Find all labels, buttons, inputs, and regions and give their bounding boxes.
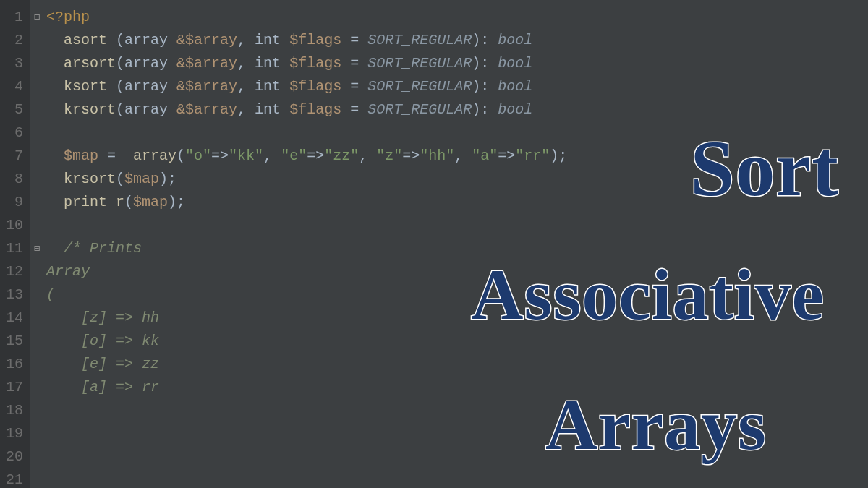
line-number: 12 (4, 260, 23, 283)
code-line[interactable]: [z] => hh (46, 307, 567, 330)
code-line[interactable]: asort (array &$array, int $flags = SORT_… (46, 29, 567, 52)
fold-marker (30, 145, 43, 168)
token: <?php (46, 9, 90, 25)
token: SORT_REGULAR (367, 101, 472, 118)
token: SORT_REGULAR (367, 32, 472, 48)
line-number: 9 (4, 191, 23, 214)
token: /* Prints (64, 240, 142, 257)
token: , (237, 78, 255, 95)
fold-marker[interactable]: ⊟ (30, 6, 43, 29)
token: ); (159, 171, 176, 187)
line-number: 18 (4, 399, 23, 422)
code-line[interactable]: ksort (array &$array, int $flags = SORT_… (46, 75, 567, 98)
code-line[interactable]: arsort(array &$array, int $flags = SORT_… (46, 52, 567, 75)
fold-marker (30, 260, 43, 283)
token: , (237, 32, 255, 48)
fold-marker (30, 445, 43, 468)
fold-marker[interactable]: ⊟ (30, 237, 43, 260)
line-number: 17 (4, 376, 23, 399)
token: [e] => zz (46, 356, 159, 372)
token: arsort (64, 55, 116, 72)
token: ) (472, 101, 480, 118)
token: ( (176, 147, 185, 164)
token: , (237, 55, 255, 72)
line-number: 1 (4, 6, 23, 29)
token: "o" (185, 147, 211, 164)
code-editor: 123456789101112131415161718192021 ⊟⊟ <?p… (0, 0, 868, 488)
code-line[interactable]: /* Prints (46, 237, 567, 260)
token: & (176, 55, 185, 72)
line-number: 5 (4, 98, 23, 121)
line-number: 4 (4, 75, 23, 98)
token: "rr" (515, 147, 550, 164)
fold-marker (30, 191, 43, 214)
token: int (255, 55, 289, 72)
code-area[interactable]: <?php asort (array &$array, int $flags =… (43, 0, 567, 488)
code-line[interactable] (46, 399, 567, 422)
code-line[interactable] (46, 468, 567, 488)
token: ( (116, 55, 124, 72)
code-line[interactable] (46, 422, 567, 445)
line-number: 11 (4, 237, 23, 260)
token: krsort (64, 171, 116, 187)
token: $flags (289, 101, 341, 118)
token: asort (64, 32, 116, 48)
code-line[interactable] (46, 121, 567, 145)
line-number: 3 (4, 52, 23, 75)
token: , (237, 101, 255, 118)
token: krsort (64, 101, 116, 118)
token: array (124, 101, 176, 118)
token: bool (498, 32, 532, 48)
code-line[interactable]: $map = array("o"=>"kk", "e"=>"zz", "z"=>… (46, 145, 567, 168)
token: = (341, 32, 367, 48)
token: ); (550, 147, 567, 164)
token: array (124, 78, 176, 95)
code-line[interactable] (46, 445, 567, 468)
token: $map (124, 171, 159, 187)
fold-marker (30, 121, 43, 145)
token: "hh" (420, 147, 454, 164)
code-line[interactable]: Array (46, 260, 567, 283)
code-line[interactable]: krsort($map); (46, 168, 567, 191)
token: int (255, 32, 289, 48)
token: SORT_REGULAR (367, 78, 472, 95)
fold-marker (30, 376, 43, 399)
code-line[interactable]: [a] => rr (46, 376, 567, 399)
line-number: 8 (4, 168, 23, 191)
token: => (402, 147, 420, 164)
code-line[interactable]: ( (46, 283, 567, 307)
code-line[interactable]: print_r($map); (46, 191, 567, 214)
token: array (133, 147, 176, 164)
token: SORT_REGULAR (367, 55, 472, 72)
token: "zz" (324, 147, 359, 164)
fold-marker (30, 330, 43, 353)
line-number: 16 (4, 353, 23, 376)
token: = (341, 101, 367, 118)
token: int (255, 101, 289, 118)
token: = (341, 55, 367, 72)
line-number: 10 (4, 214, 23, 237)
fold-marker (30, 283, 43, 307)
token: : (480, 32, 498, 48)
token: $flags (289, 32, 341, 48)
token: Array (46, 263, 90, 280)
code-line[interactable]: [e] => zz (46, 353, 567, 376)
line-number: 19 (4, 422, 23, 445)
code-line[interactable]: [o] => kk (46, 330, 567, 353)
token: $flags (289, 55, 341, 72)
token: , (359, 147, 376, 164)
line-number: 2 (4, 29, 23, 52)
token: print_r (64, 194, 124, 210)
token: "a" (472, 147, 498, 164)
code-line[interactable]: krsort(array &$array, int $flags = SORT_… (46, 98, 567, 121)
token: bool (498, 78, 532, 95)
token: ksort (64, 78, 116, 95)
fold-marker (30, 468, 43, 488)
code-line[interactable] (46, 214, 567, 237)
fold-column: ⊟⊟ (30, 0, 43, 488)
fold-marker (30, 52, 43, 75)
token: $flags (289, 78, 341, 95)
code-line[interactable]: <?php (46, 6, 567, 29)
line-number: 13 (4, 283, 23, 307)
token: , (454, 147, 472, 164)
